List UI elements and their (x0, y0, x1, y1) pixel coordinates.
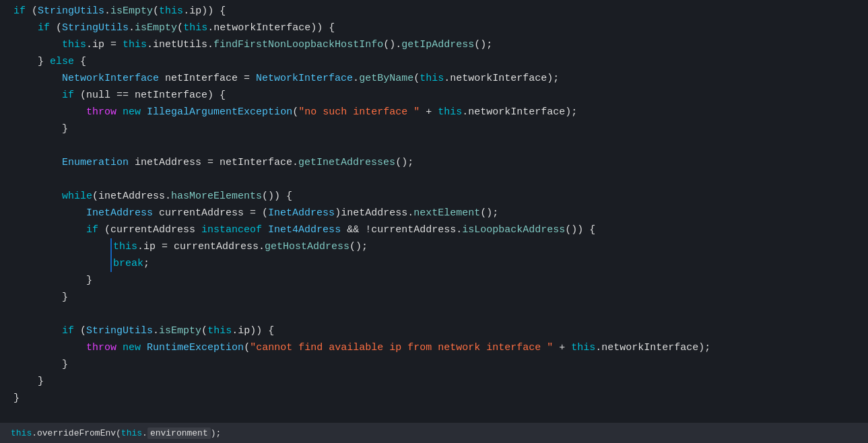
code-line-9 (13, 137, 868, 154)
code-line-3: this.ip = this.inetUtils.findFirstNonLoo… (13, 36, 868, 53)
status-text: this.overrideFromEnv(this.environment); (11, 425, 221, 442)
code-line-15: this.ip = currentAddress.getHostAddress(… (13, 238, 868, 255)
code-line-10: Enumeration inetAddress = netInterface.g… (13, 154, 868, 171)
code-line-12: while(inetAddress.hasMoreElements()) { (13, 188, 868, 205)
code-line-23: } (13, 373, 868, 390)
status-bar: this.overrideFromEnv(this.environment); (0, 423, 868, 443)
code-line-19 (13, 306, 868, 322)
code-line-11 (13, 171, 868, 188)
code-line-5: NetworkInterface netInterface = NetworkI… (13, 70, 868, 87)
code-area[interactable]: if (StringUtils.isEmpty(this.ip)) { if (… (0, 0, 868, 423)
code-line-1: if (StringUtils.isEmpty(this.ip)) { (13, 3, 868, 20)
code-line-18: } (13, 289, 868, 306)
code-line-8: } (13, 121, 868, 137)
code-line-16: break; (13, 255, 868, 272)
code-line-4: } else { (13, 53, 868, 70)
code-line-6: if (null == netInterface) { (13, 87, 868, 104)
code-line-24: } (13, 390, 868, 407)
code-editor: if (StringUtils.isEmpty(this.ip)) { if (… (0, 0, 868, 443)
code-line-14: if (currentAddress instanceof Inet4Addre… (13, 222, 868, 238)
code-line-21: throw new RuntimeException("cannot find … (13, 339, 868, 356)
code-line-7: throw new IllegalArgumentException("no s… (13, 104, 868, 121)
code-line-17: } (13, 272, 868, 289)
code-line-2: if (StringUtils.isEmpty(this.networkInte… (13, 20, 868, 36)
code-line-20: if (StringUtils.isEmpty(this.ip)) { (13, 322, 868, 339)
code-line-13: InetAddress currentAddress = (InetAddres… (13, 205, 868, 222)
code-line-22: } (13, 356, 868, 373)
